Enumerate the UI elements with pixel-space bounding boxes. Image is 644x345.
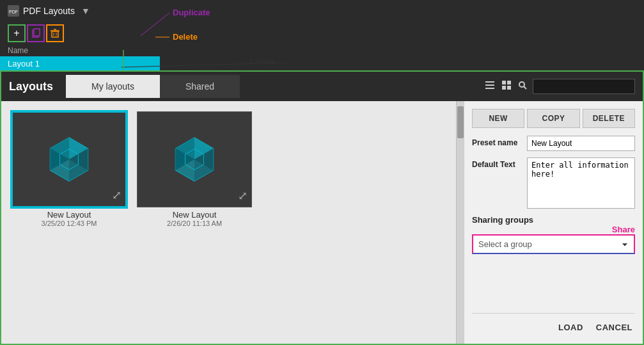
svg-rect-16 [502,81,506,84]
layout-card[interactable]: ⤢ New Layout 3/25/20 12:43 PM [12,111,127,227]
layouts-panel-title: Layouts [9,80,53,93]
default-text-label: Default Text [472,157,523,169]
cancel-button[interactable]: CANCEL [593,319,635,336]
external-link-icon[interactable]: ⤢ [112,188,122,202]
svg-rect-3 [34,29,40,36]
layout-card-date: 3/25/20 12:43 PM [12,220,127,227]
search-input[interactable] [533,79,635,94]
duplicate-annotation: Duplicate [173,8,210,17]
toolbar-row: + [0,22,644,45]
default-text-row: Default Text Enter all information here! [472,157,635,209]
delete-annotation: Delete [173,32,198,42]
search-icon [517,80,528,93]
duplicate-icon [31,28,41,38]
default-text-textarea[interactable]: Enter all information here! [527,157,635,209]
tab-my-layouts[interactable]: My layouts [66,75,160,98]
header-icons [484,79,635,94]
duplicate-layout-button[interactable] [27,24,45,42]
name-label-row: Name [0,45,644,56]
selected-layout-name[interactable]: Layout 1 [0,56,160,71]
top-bar: PDF PDF Layouts ▼ + Name Layo [0,0,644,70]
preset-name-label: Preset name [472,136,523,147]
dropdown-arrow-icon[interactable]: ▼ [81,6,90,16]
layout-card-date: 2/26/20 11:13 AM [137,220,252,227]
tab-shared[interactable]: Shared [160,75,240,98]
app-title-row: PDF PDF Layouts ▼ [0,0,644,22]
create-annotation: Create [249,56,274,66]
load-button[interactable]: LOAD [556,319,586,336]
layout-thumbnail: ⤢ [137,111,252,207]
svg-text:PDF: PDF [9,10,18,14]
svg-rect-4 [52,31,58,37]
layouts-grid: ⤢ New Layout 3/25/20 12:43 PM [12,111,446,227]
preset-name-row: Preset name [472,136,635,151]
delete-layout-button[interactable] [46,24,64,42]
external-link-icon[interactable]: ⤢ [238,189,247,203]
svg-rect-18 [502,86,506,90]
svg-point-20 [519,82,524,87]
main-area: Layouts My layouts Shared [0,70,644,345]
svg-rect-19 [507,86,511,90]
svg-rect-13 [485,81,494,83]
pdf-icon: PDF [8,5,19,17]
layout-card[interactable]: ⤢ New Layout 2/26/20 11:13 AM [137,111,252,227]
svg-rect-14 [485,84,494,86]
svg-rect-17 [507,81,511,84]
layout-card-name: New Layout [12,210,127,220]
layout-thumbnail: ⤢ [12,111,127,207]
grid-view-icon[interactable] [501,79,512,93]
share-link[interactable]: Share [472,225,635,234]
add-layout-button[interactable]: + [8,24,26,42]
layout-card-name: New Layout [137,210,252,220]
preset-name-input[interactable] [527,136,635,151]
app-title: PDF Layouts [23,6,75,16]
copy-button[interactable]: COPY [527,109,579,128]
vertical-scrollbar[interactable] [456,101,464,344]
content-row: ⤢ New Layout 3/25/20 12:43 PM [1,101,643,344]
name-label: Name [8,46,28,55]
add-icon: + [13,28,19,39]
list-view-icon[interactable] [484,79,496,93]
bottom-buttons: LOAD CANCEL [472,313,635,336]
new-button[interactable]: NEW [472,109,524,128]
right-panel: NEW COPY DELETE Preset name Default Text… [464,101,643,344]
layout-preview-icon [166,131,223,188]
layout-preview-icon [40,131,98,188]
sharing-groups-section: Sharing groups Share Select a group [472,215,635,254]
action-buttons: NEW COPY DELETE [472,109,635,128]
svg-line-21 [524,86,526,89]
scrollbar-thumb[interactable] [457,106,464,138]
svg-rect-15 [485,88,494,89]
layouts-header: Layouts My layouts Shared [1,72,643,101]
trash-icon [50,28,60,38]
delete-button[interactable]: DELETE [583,109,635,128]
select-group-dropdown[interactable]: Select a group [472,234,635,254]
layouts-grid-area: ⤢ New Layout 3/25/20 12:43 PM [1,101,456,344]
sharing-groups-label: Sharing groups [472,215,533,225]
